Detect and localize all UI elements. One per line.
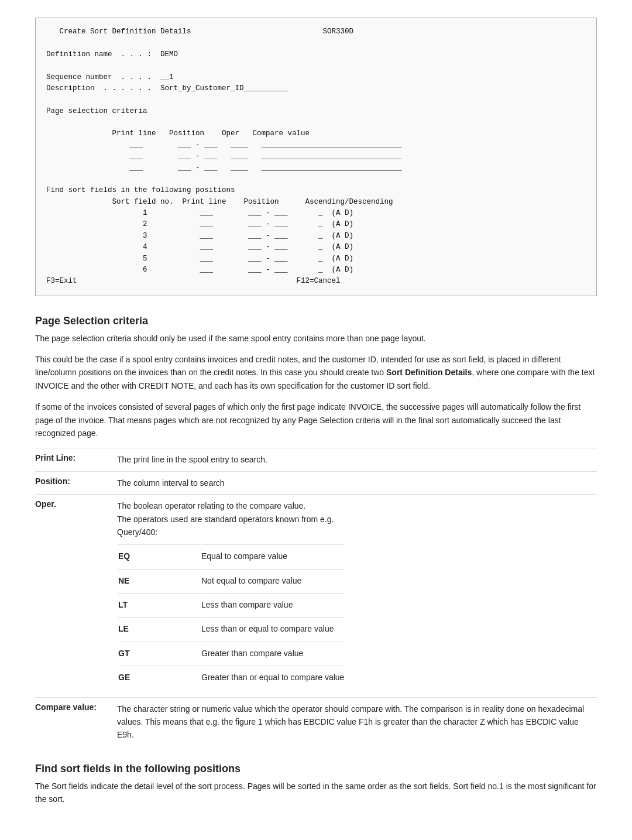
field-label-comparevalue: Compare value:: [35, 697, 117, 746]
op-code-lt: LT: [118, 593, 200, 616]
op-code-eq: EQ: [118, 544, 200, 567]
terminal-screen: Create Sort Definition Details SOR330D D…: [35, 18, 597, 296]
op-row-eq: EQ Equal to compare value: [118, 544, 344, 567]
field-desc-oper: The boolean operator relating to the com…: [117, 495, 597, 698]
field-row-oper: Oper. The boolean operator relating to t…: [35, 495, 597, 698]
op-desc-eq: Equal to compare value: [201, 544, 344, 567]
op-desc-ne: Not equal to compare value: [201, 569, 344, 592]
op-code-ne: NE: [118, 569, 200, 592]
field-row-comparevalue: Compare value: The character string or n…: [35, 697, 597, 746]
op-desc-le: Less than or equal to compare value: [201, 617, 344, 640]
para-2: This could be the case if a spool entry …: [35, 353, 597, 392]
op-desc-gt: Greater than compare value: [201, 642, 344, 664]
operators-table: EQ Equal to compare value NE Not equal t…: [117, 543, 345, 690]
op-row-ge: GE Greater than or equal to compare valu…: [118, 666, 344, 688]
op-code-le: LE: [118, 617, 200, 640]
find-sort-body: The Sort fields indicate the detail leve…: [35, 780, 597, 806]
op-row-gt: GT Greater than compare value: [118, 642, 344, 664]
field-label-oper: Oper.: [35, 495, 117, 698]
field-desc-printline: The print line in the spool entry to sea…: [117, 448, 597, 471]
field-desc-position: The column interval to search: [117, 471, 597, 494]
op-desc-lt: Less than compare value: [201, 593, 344, 616]
footer-bar: 232 User's Manual for InterForm400®: [35, 829, 597, 840]
op-row-ne: NE Not equal to compare value: [118, 569, 344, 592]
find-sort-title: Find sort fields in the following positi…: [35, 763, 597, 775]
fields-table: Print Line: The print line in the spool …: [35, 448, 597, 746]
field-row-position: Position: The column interval to search: [35, 471, 597, 494]
para-1: The page selection criteria should only …: [35, 332, 597, 345]
op-row-lt: LT Less than compare value: [118, 593, 344, 616]
page-selection-section: Page Selection criteria The page selecti…: [35, 315, 597, 440]
op-code-ge: GE: [118, 666, 200, 688]
field-label-position: Position:: [35, 471, 117, 494]
field-desc-comparevalue: The character string or numeric value wh…: [117, 697, 597, 746]
para-3: If some of the invoices consisted of sev…: [35, 400, 597, 440]
page-selection-title: Page Selection criteria: [35, 315, 597, 327]
field-label-printline: Print Line:: [35, 448, 117, 471]
find-sort-section: Find sort fields in the following positi…: [35, 763, 597, 806]
field-row-printline: Print Line: The print line in the spool …: [35, 448, 597, 471]
op-row-le: LE Less than or equal to compare value: [118, 617, 344, 640]
op-code-gt: GT: [118, 642, 200, 664]
op-desc-ge: Greater than or equal to compare value: [201, 666, 344, 688]
